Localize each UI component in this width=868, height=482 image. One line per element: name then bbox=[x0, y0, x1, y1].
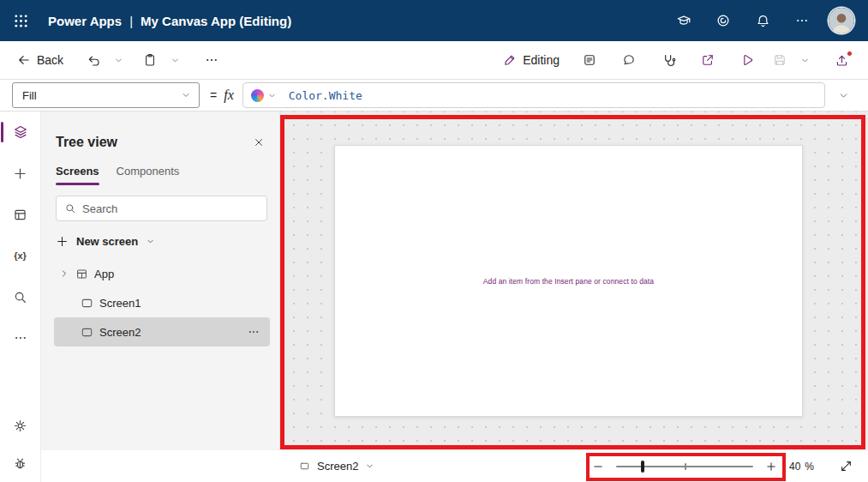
copilot-button[interactable] bbox=[703, 0, 743, 41]
share-icon bbox=[701, 53, 715, 67]
stethoscope-icon bbox=[661, 53, 676, 68]
save-menu-button[interactable] bbox=[796, 46, 813, 74]
tree-item-label: App bbox=[94, 268, 114, 280]
search-icon bbox=[64, 202, 76, 214]
back-button[interactable]: Back bbox=[10, 46, 70, 74]
notifications-button[interactable] bbox=[743, 0, 782, 41]
paste-button[interactable] bbox=[134, 46, 166, 74]
app-checklist-icon bbox=[583, 53, 596, 67]
tree-item-screen2[interactable]: Screen2 bbox=[54, 317, 270, 346]
publish-button[interactable] bbox=[825, 46, 858, 74]
rail-search-button[interactable] bbox=[0, 276, 41, 317]
expand-arrows-icon bbox=[840, 460, 853, 473]
window-title: Power Apps | My Canvas App (Editing) bbox=[48, 14, 291, 28]
tree-search-box bbox=[56, 196, 267, 221]
zoom-controls bbox=[587, 450, 782, 482]
copilot-icon bbox=[251, 89, 264, 102]
bug-icon bbox=[13, 456, 27, 471]
unpublished-changes-badge bbox=[847, 51, 853, 57]
play-icon bbox=[740, 53, 754, 67]
app-icon bbox=[75, 268, 88, 280]
editing-label: Editing bbox=[523, 53, 560, 67]
app-checklist-button[interactable] bbox=[573, 46, 606, 74]
document-title: My Canvas App (Editing) bbox=[141, 14, 291, 28]
rail-variables-button[interactable]: {x} bbox=[0, 235, 41, 276]
canvas-empty-hint: Add an item from the Insert pane or conn… bbox=[335, 277, 802, 286]
tree-view-title: Tree view bbox=[56, 135, 117, 150]
plus-icon bbox=[765, 461, 777, 473]
tree-view-icon bbox=[13, 124, 28, 140]
new-screen-label: New screen bbox=[76, 235, 138, 248]
top-bar: Power Apps | My Canvas App (Editing) bbox=[0, 0, 868, 41]
comment-bubble-icon bbox=[622, 53, 636, 67]
undo-icon bbox=[87, 53, 101, 68]
tree-search-input[interactable] bbox=[82, 202, 259, 215]
account-button[interactable] bbox=[822, 0, 861, 41]
new-screen-button[interactable]: New screen bbox=[48, 228, 163, 254]
fx-symbol: fx bbox=[224, 87, 234, 103]
command-more-button[interactable] bbox=[195, 46, 228, 74]
avatar bbox=[829, 8, 854, 33]
rail-settings-button[interactable] bbox=[0, 407, 41, 444]
command-bar: Back Editing bbox=[0, 41, 868, 80]
property-selector[interactable]: Fill bbox=[12, 82, 200, 108]
formula-bar: Fill = fx Color.White bbox=[0, 80, 868, 111]
tree-item-app[interactable]: App bbox=[54, 259, 270, 288]
left-rail: {x} bbox=[0, 111, 41, 482]
screen-icon bbox=[81, 326, 93, 339]
rail-tree-view-button[interactable] bbox=[0, 111, 41, 153]
tab-screens[interactable]: Screens bbox=[48, 158, 107, 185]
rail-more-button[interactable] bbox=[0, 317, 41, 358]
undo-menu-button[interactable] bbox=[110, 46, 127, 74]
chevron-down-icon bbox=[114, 56, 123, 65]
screen-icon bbox=[81, 297, 93, 310]
tab-components[interactable]: Components bbox=[109, 158, 188, 185]
environment-button[interactable] bbox=[664, 0, 703, 41]
minus-icon bbox=[592, 461, 604, 473]
status-bar: Screen2 40 % bbox=[280, 450, 868, 482]
screen-icon bbox=[299, 461, 310, 472]
preview-button[interactable] bbox=[731, 46, 763, 74]
chevron-down-icon bbox=[838, 90, 849, 101]
zoom-slider-midpoint-tick bbox=[685, 463, 686, 470]
chevron-down-icon bbox=[267, 91, 277, 100]
undo-button[interactable] bbox=[77, 46, 110, 74]
fit-to-window-button[interactable] bbox=[833, 453, 859, 479]
screen-selector[interactable]: Screen2 bbox=[296, 454, 378, 479]
zoom-slider-handle[interactable] bbox=[641, 461, 644, 473]
zoom-unit: % bbox=[805, 461, 814, 473]
chevron-down-icon bbox=[146, 237, 155, 246]
formula-copilot-button[interactable] bbox=[251, 89, 277, 102]
top-more-button[interactable] bbox=[782, 0, 822, 41]
comments-button[interactable] bbox=[613, 46, 645, 74]
tree-item-screen1[interactable]: Screen1 bbox=[54, 288, 270, 317]
chevron-right-icon[interactable] bbox=[59, 268, 69, 279]
back-arrow-icon bbox=[17, 53, 31, 67]
rail-bug-button[interactable] bbox=[0, 444, 41, 482]
editing-mode-button[interactable]: Editing bbox=[496, 46, 566, 74]
screen-selector-label: Screen2 bbox=[317, 460, 358, 473]
save-button[interactable] bbox=[763, 46, 796, 74]
property-selected-label: Fill bbox=[22, 89, 37, 102]
formula-input[interactable]: Color.White bbox=[242, 82, 825, 108]
zoom-out-button[interactable] bbox=[587, 454, 609, 479]
zoom-in-button[interactable] bbox=[760, 454, 782, 479]
zoom-slider[interactable] bbox=[616, 460, 753, 473]
rail-data-button[interactable] bbox=[0, 194, 41, 235]
zoom-value: 40 bbox=[789, 461, 800, 473]
app-launcher-button[interactable] bbox=[0, 0, 41, 41]
title-separator: | bbox=[129, 14, 133, 28]
tree-view-tabs: Screens Components bbox=[41, 154, 279, 185]
formula-bar-expand-button[interactable] bbox=[830, 81, 856, 109]
screen-artboard[interactable]: Add an item from the Insert pane or conn… bbox=[334, 145, 803, 417]
tree-item-label: Screen2 bbox=[99, 326, 141, 339]
tree-item-more-button[interactable] bbox=[242, 321, 265, 343]
formula-text: Color.White bbox=[289, 89, 362, 102]
paste-menu-button[interactable] bbox=[166, 46, 183, 74]
bell-icon bbox=[756, 14, 770, 28]
share-button[interactable] bbox=[691, 46, 724, 74]
rail-insert-button[interactable] bbox=[0, 153, 41, 194]
close-icon bbox=[253, 136, 265, 148]
app-checker-button[interactable] bbox=[652, 46, 685, 74]
tree-view-close-button[interactable] bbox=[247, 130, 271, 154]
